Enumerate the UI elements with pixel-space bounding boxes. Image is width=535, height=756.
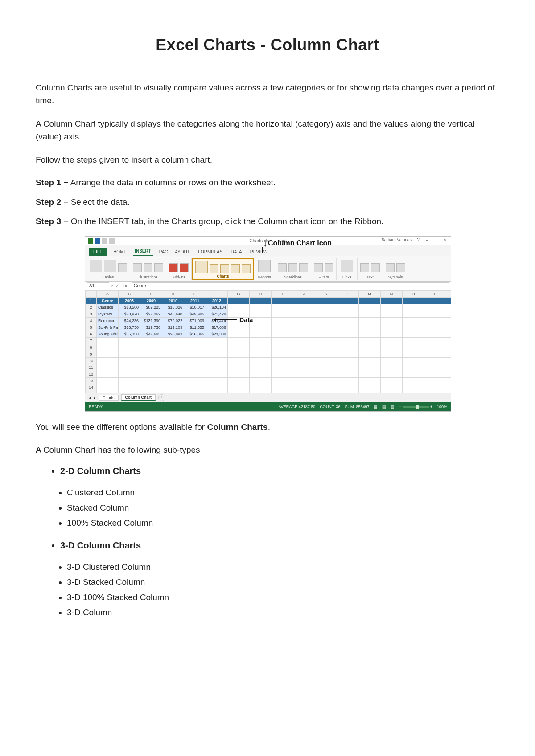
cell[interactable] bbox=[206, 344, 228, 351]
cell[interactable] bbox=[293, 311, 315, 317]
cell[interactable] bbox=[206, 351, 228, 357]
cell[interactable] bbox=[228, 324, 250, 331]
cell[interactable] bbox=[315, 324, 337, 331]
cell[interactable] bbox=[315, 344, 337, 351]
cell[interactable] bbox=[381, 344, 403, 351]
pictures-icon[interactable] bbox=[133, 263, 142, 272]
cell[interactable] bbox=[250, 351, 272, 357]
cell[interactable] bbox=[337, 391, 359, 393]
tab-formulas[interactable]: FORMULAS bbox=[196, 248, 225, 256]
cell[interactable] bbox=[446, 331, 451, 337]
row-header[interactable]: 4 bbox=[86, 317, 97, 324]
cell[interactable] bbox=[403, 377, 424, 384]
cell[interactable] bbox=[337, 324, 359, 331]
cell[interactable] bbox=[337, 344, 359, 351]
cell[interactable] bbox=[97, 377, 119, 384]
cell[interactable] bbox=[337, 351, 359, 357]
sheet-nav-prev-icon[interactable]: ◂ bbox=[89, 396, 91, 400]
formula-input[interactable]: Genre bbox=[132, 282, 449, 289]
cell[interactable]: Young Adult bbox=[97, 331, 119, 337]
cell[interactable] bbox=[337, 371, 359, 377]
cell[interactable] bbox=[228, 391, 250, 393]
cell[interactable] bbox=[97, 364, 119, 371]
cell[interactable] bbox=[446, 304, 451, 311]
cell[interactable] bbox=[315, 357, 337, 364]
cell[interactable] bbox=[403, 357, 424, 364]
select-all-cell[interactable] bbox=[86, 290, 97, 297]
row-header[interactable]: 12 bbox=[86, 371, 97, 377]
cell[interactable]: $78,970 bbox=[119, 311, 140, 317]
cell[interactable] bbox=[359, 391, 381, 393]
cell[interactable] bbox=[140, 351, 162, 357]
cell[interactable] bbox=[162, 391, 184, 393]
cell[interactable] bbox=[140, 377, 162, 384]
row-header[interactable]: 8 bbox=[86, 344, 97, 351]
column-header[interactable]: D bbox=[162, 290, 184, 297]
tab-page-layout[interactable]: PAGE LAYOUT bbox=[157, 248, 192, 256]
cell[interactable] bbox=[272, 297, 293, 304]
cell[interactable] bbox=[359, 324, 381, 331]
cell[interactable] bbox=[424, 357, 446, 364]
cell[interactable] bbox=[381, 351, 403, 357]
column-header[interactable]: P bbox=[424, 290, 446, 297]
cell[interactable] bbox=[403, 304, 424, 311]
cell[interactable]: 2008 bbox=[119, 297, 140, 304]
cell[interactable] bbox=[315, 371, 337, 377]
cell[interactable] bbox=[359, 304, 381, 311]
cell[interactable]: $35,358 bbox=[119, 331, 140, 337]
cell[interactable] bbox=[403, 311, 424, 317]
cell[interactable]: $48,640 bbox=[162, 311, 184, 317]
cell[interactable] bbox=[424, 384, 446, 391]
cell[interactable] bbox=[293, 297, 315, 304]
cell[interactable] bbox=[381, 384, 403, 391]
cell[interactable] bbox=[140, 384, 162, 391]
close-icon[interactable]: × bbox=[442, 237, 448, 242]
view-break-icon[interactable]: ▥ bbox=[391, 405, 395, 409]
cell[interactable] bbox=[446, 357, 451, 364]
row-header[interactable]: 1 bbox=[86, 297, 97, 304]
cell[interactable] bbox=[424, 377, 446, 384]
pie-chart-icon[interactable] bbox=[231, 264, 240, 273]
cell[interactable] bbox=[228, 337, 250, 344]
column-header[interactable]: E bbox=[184, 290, 206, 297]
cell[interactable] bbox=[250, 371, 272, 377]
cell[interactable] bbox=[184, 384, 206, 391]
pivotchart-icon[interactable] bbox=[242, 264, 251, 273]
column-header[interactable]: N bbox=[381, 290, 403, 297]
cell[interactable] bbox=[97, 357, 119, 364]
row-header[interactable]: 5 bbox=[86, 324, 97, 331]
cell[interactable] bbox=[206, 337, 228, 344]
cell[interactable] bbox=[140, 391, 162, 393]
cell[interactable] bbox=[424, 317, 446, 324]
store-icon[interactable] bbox=[169, 263, 178, 272]
cell[interactable] bbox=[97, 371, 119, 377]
timeline-icon[interactable] bbox=[325, 263, 333, 272]
cell[interactable] bbox=[359, 377, 381, 384]
cell[interactable] bbox=[403, 364, 424, 371]
cell[interactable] bbox=[424, 311, 446, 317]
cell[interactable] bbox=[162, 344, 184, 351]
cell[interactable] bbox=[184, 371, 206, 377]
cell[interactable] bbox=[446, 344, 451, 351]
name-box[interactable]: A1 bbox=[87, 282, 109, 289]
cell[interactable] bbox=[140, 364, 162, 371]
cell[interactable] bbox=[446, 297, 451, 304]
cell[interactable] bbox=[315, 297, 337, 304]
cell[interactable] bbox=[162, 371, 184, 377]
cell[interactable] bbox=[250, 304, 272, 311]
row-header[interactable]: 13 bbox=[86, 377, 97, 384]
cell[interactable] bbox=[446, 337, 451, 344]
table-icon[interactable] bbox=[118, 263, 127, 272]
cell[interactable] bbox=[381, 304, 403, 311]
power-view-icon[interactable] bbox=[258, 260, 271, 272]
cell[interactable]: Genre bbox=[97, 297, 119, 304]
row-header[interactable]: 15 bbox=[86, 391, 97, 393]
sparkline-winloss-icon[interactable] bbox=[299, 263, 308, 272]
cell[interactable] bbox=[293, 371, 315, 377]
cell[interactable] bbox=[359, 344, 381, 351]
column-header[interactable]: O bbox=[403, 290, 424, 297]
cell[interactable] bbox=[293, 384, 315, 391]
cell[interactable] bbox=[446, 351, 451, 357]
cell[interactable] bbox=[250, 344, 272, 351]
cell[interactable] bbox=[359, 337, 381, 344]
